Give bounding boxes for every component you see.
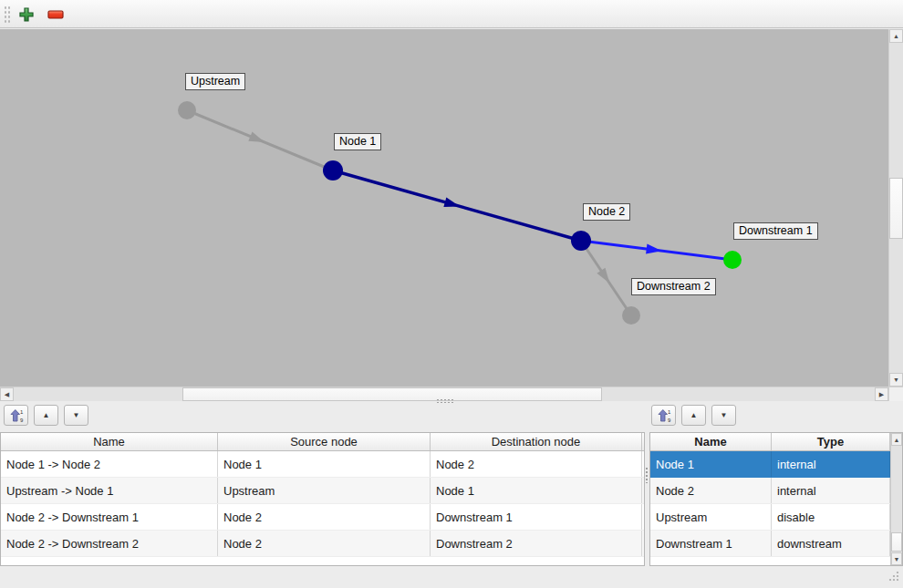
table-cell: Node 1 [218, 451, 431, 477]
main-toolbar [0, 0, 903, 28]
table-row[interactable]: Node 2 -> Downstream 2Node 2Downstream 2 [1, 531, 644, 557]
table-cell: Node 2 [431, 451, 642, 477]
table-cell: Downstream 1 [650, 531, 772, 556]
node-label[interactable]: Node 2 [583, 203, 630, 221]
move-node-up-button[interactable]: ▲ [681, 405, 706, 426]
table-cell: Node 1 -> Node 2 [1, 451, 218, 477]
column-header: Name [650, 433, 772, 450]
table-row[interactable]: Node 2internal [650, 478, 902, 504]
horizontal-scrollbar-thumb[interactable] [182, 387, 602, 401]
scroll-down-icon: ▼ [894, 556, 900, 562]
move-up-icon: ▲ [43, 411, 50, 419]
node-label[interactable]: Node 1 [334, 133, 381, 150]
svg-text:9: 9 [20, 417, 24, 422]
table-cell: downstream [772, 531, 890, 556]
node-label[interactable]: Upstream [185, 73, 245, 90]
add-node-button[interactable] [15, 3, 38, 26]
column-header: Destination node [431, 433, 642, 450]
node-table-scrollbar: ▲ ▼ [890, 433, 902, 565]
scroll-right-button[interactable]: ▶ [875, 387, 888, 401]
column-header: Name [1, 433, 218, 450]
table-cell: Upstream [650, 504, 772, 530]
table-cell: Node 2 -> Downstream 2 [1, 531, 218, 556]
table-cell: Node 2 [650, 478, 772, 503]
column-header: Source node [218, 433, 431, 450]
move-down-icon: ▼ [721, 411, 728, 419]
table-cell: Node 1 [431, 478, 642, 503]
node-table-toolbar: 1 9 ▲ ▼ [651, 405, 736, 426]
graph-node[interactable] [622, 306, 640, 325]
graph-canvas[interactable]: UpstreamNode 1Node 2Downstream 1Downstre… [0, 29, 888, 387]
application-window: UpstreamNode 1Node 2Downstream 1Downstre… [0, 0, 903, 588]
column-header: Type [772, 433, 890, 450]
table-cell: Downstream 2 [431, 531, 642, 556]
table-cell: internal [772, 451, 890, 477]
table-row[interactable]: Upstream -> Node 1UpstreamNode 1 [1, 478, 644, 504]
table-row[interactable]: Node 2 -> Downstream 1Node 2Downstream 1 [1, 504, 644, 531]
scroll-up-button[interactable]: ▲ [891, 433, 902, 446]
table-cell: Upstream -> Node 1 [1, 478, 218, 503]
node-table-scrollbar-thumb[interactable] [891, 532, 902, 552]
table-row[interactable]: Node 1 -> Node 2Node 1Node 2 [1, 451, 644, 478]
edge-arrow-icon [443, 197, 461, 211]
table-row[interactable]: Upstreamdisable [650, 504, 902, 531]
canvas-vertical-scrollbar: ▲ ▼ [888, 29, 903, 387]
table-cell: Downstream 1 [431, 504, 642, 530]
scroll-up-icon: ▲ [893, 33, 899, 39]
graph-node[interactable] [571, 231, 591, 251]
toolbar-drag-handle[interactable] [4, 5, 11, 24]
sort-edges-button[interactable]: 1 9 [4, 405, 28, 426]
scrollbar-corner [888, 387, 903, 401]
scroll-down-icon: ▼ [893, 377, 899, 383]
table-header-row: NameSource nodeDestination node [1, 433, 644, 451]
splitter-grip-icon [436, 398, 454, 404]
scroll-left-icon: ◀ [5, 391, 9, 397]
scroll-up-button[interactable]: ▲ [889, 29, 903, 43]
node-label[interactable]: Downstream 1 [733, 222, 818, 240]
table-cell: internal [772, 478, 890, 503]
scroll-left-button[interactable]: ◀ [0, 387, 14, 401]
table-cell: Node 2 [218, 504, 431, 530]
node-label[interactable]: Downstream 2 [631, 278, 716, 295]
edge-arrow-icon [248, 132, 266, 148]
scroll-down-button[interactable]: ▼ [889, 373, 903, 387]
scroll-down-button[interactable]: ▼ [891, 552, 902, 565]
scroll-up-icon: ▲ [894, 437, 900, 443]
move-up-icon: ▲ [690, 411, 698, 419]
graph-node[interactable] [323, 160, 343, 181]
table-row[interactable]: Node 1internal [650, 451, 902, 478]
svg-text:9: 9 [668, 417, 671, 422]
graph-svg [0, 29, 888, 387]
panel-splitter[interactable] [0, 401, 903, 405]
svg-text:1: 1 [20, 409, 24, 415]
table-cell: Node 2 [218, 531, 431, 556]
move-edge-up-button[interactable]: ▲ [34, 405, 58, 426]
table-cell: Node 1 [650, 451, 772, 477]
table-cell: disable [772, 504, 890, 530]
vertical-scrollbar-thumb[interactable] [889, 178, 903, 239]
minus-icon [47, 10, 64, 19]
sort-ascending-icon: 1 9 [9, 408, 24, 423]
graph-node[interactable] [178, 101, 196, 119]
scroll-right-icon: ▶ [879, 391, 884, 397]
window-resize-grip[interactable] [887, 569, 901, 583]
plus-icon [18, 6, 35, 23]
svg-text:1: 1 [668, 409, 671, 415]
edge-table: NameSource nodeDestination nodeNode 1 ->… [0, 432, 645, 566]
move-edge-down-button[interactable]: ▼ [64, 405, 88, 426]
table-header-row: NameType [650, 433, 902, 451]
graph-node[interactable] [723, 251, 742, 269]
remove-node-button[interactable] [44, 3, 67, 26]
move-node-down-button[interactable]: ▼ [711, 405, 736, 426]
move-down-icon: ▼ [73, 411, 80, 419]
sort-ascending-icon: 1 9 [657, 408, 671, 423]
sort-nodes-button[interactable]: 1 9 [651, 405, 676, 426]
table-cell: Upstream [218, 478, 431, 503]
table-cell: Node 2 -> Downstream 1 [1, 504, 218, 530]
edge-table-toolbar: 1 9 ▲ ▼ [4, 405, 88, 426]
table-row[interactable]: Downstream 1downstream [650, 531, 902, 557]
node-table: NameType Node 1internalNode 2internalUps… [649, 432, 903, 566]
